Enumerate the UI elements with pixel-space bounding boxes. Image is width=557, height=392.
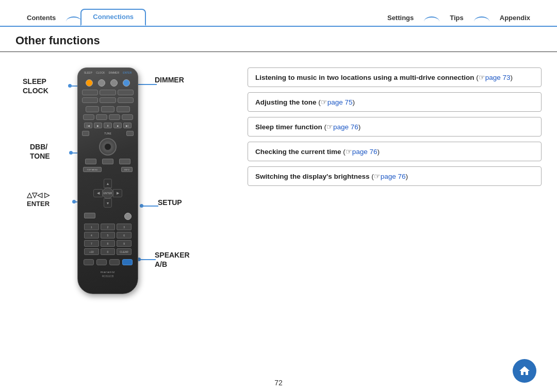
right-panel: Listening to music in two locations usin… [248,62,542,354]
remote-row3 [78,96,138,104]
main-content: SLEEP CLOCK DIMMER DBB/ TONE △▽◁ ▷ ENTER… [0,52,557,365]
remote-dbb-btn[interactable] [86,106,99,112]
dbb-tone-label: DBB/ TONE [30,142,50,161]
remote-tuner-row [78,113,138,121]
tab-settings[interactable]: Settings [376,11,425,26]
remote-r2b1[interactable] [82,90,98,95]
remote-pause-btn[interactable]: ⏸ [104,123,112,128]
remote-select-btn[interactable] [84,213,95,218]
remote-top-menu-btn[interactable]: TOP MENU [83,167,102,172]
link-box-2[interactable]: Adjusting the tone (☞page 75) [248,92,542,112]
remote-tune-row: TUNE [78,130,138,137]
tone-label: TONE [30,152,50,160]
remote-speaker-ab-btn[interactable] [122,259,133,265]
remote-next-btn[interactable]: ▶| [123,123,132,128]
remote-play-btn[interactable]: ▶ [94,123,102,128]
remote-mute-btn[interactable] [102,159,113,164]
link1-icon: ☞ [479,74,485,81]
sleep-clock-label: SLEEP CLOCK [23,77,48,95]
remote-bot-btn1[interactable] [84,259,94,265]
remote-brand: marantz [78,268,138,275]
remote-num7[interactable]: 7 [84,240,99,247]
remote-stop-btn[interactable]: ■ [113,123,122,128]
remote-prev-btn[interactable]: |◀ [84,123,92,128]
remote-dpad-down[interactable]: ▼ [104,198,112,208]
remote-fav-btn[interactable] [85,159,96,164]
remote-clock-btn[interactable] [98,79,105,87]
remote-tuner-btn1[interactable] [83,114,94,120]
link3-pageref[interactable]: page 76 [333,123,358,131]
link3-bold: Sleep timer function [255,123,322,131]
remote-tuner-btn4[interactable] [122,114,133,120]
remote-tone-btn[interactable] [101,106,114,112]
remote-dimmer-btn[interactable] [110,79,118,87]
remote-tune-btn1[interactable] [82,131,89,136]
remote-vol-btn[interactable] [119,159,130,164]
remote-disc-area [78,137,138,158]
nav-tabs: Contents Connections Settings Tips Appen… [0,0,557,27]
remote-disc[interactable] [99,138,117,156]
remote-transport-row: |◀ ▶ ⏸ ■ ▶| [78,121,138,130]
remote-num8[interactable]: 8 [101,240,116,247]
link-box-1[interactable]: Listening to music in two locations usin… [248,67,542,87]
remote-r3b1[interactable] [82,97,98,103]
left-panel: SLEEP CLOCK DIMMER DBB/ TONE △▽◁ ▷ ENTER… [15,62,232,354]
remote-num3[interactable]: 3 [117,224,132,230]
remote-num9[interactable]: 9 [117,240,132,247]
remote-info-btn[interactable]: INFO [121,167,133,172]
dbb-label: DBB/ [30,143,47,151]
remote-enter-top-btn[interactable] [123,79,130,87]
remote-setup-btn[interactable] [124,213,132,220]
page-title: Other functions [0,27,557,52]
home-icon [518,365,531,377]
remote-dpad: ▲ ▼ ◀ ▶ ENTER [92,178,123,209]
remote-num10[interactable]: +10 [84,248,99,255]
remote-enter-text: ENTER [123,71,132,74]
home-button[interactable] [513,359,536,383]
remote-r3b2[interactable] [100,97,116,103]
sleep-label: SLEEP [23,77,46,86]
link1-pageref[interactable]: page 73 [485,74,511,81]
remote-num5[interactable]: 5 [101,232,116,238]
link2-pageref[interactable]: page 75 [327,98,353,106]
tab-contents[interactable]: Contents [15,11,67,26]
tab-connections[interactable]: Connections [80,9,146,26]
link-box-3[interactable]: Sleep timer function (☞page 76) [248,117,542,137]
remote-digital-btn[interactable] [117,106,130,112]
remote-dpad-left[interactable]: ◀ [93,189,103,197]
remote-num4[interactable]: 4 [84,232,99,238]
remote-tuner-btn2[interactable] [96,114,107,120]
remote-r2b3[interactable] [118,90,134,95]
remote-r3b3[interactable] [118,97,134,103]
remote-num6[interactable]: 6 [117,232,132,238]
tab-arc-2 [424,16,439,27]
link-box-4[interactable]: Checking the current time (☞page 76) [248,142,542,161]
setup-line [142,206,158,207]
link-box-5[interactable]: Switching the display's brightness (☞pag… [248,166,542,186]
remote-bot-btn3[interactable] [109,259,120,265]
remote-dpad-enter[interactable]: ENTER [102,188,113,199]
remote-num2[interactable]: 2 [101,224,116,230]
link5-pageref[interactable]: page 76 [381,173,406,180]
remote-tune-btn2[interactable] [126,131,134,136]
speaker-label: SPEAKER [155,251,190,259]
remote-bot-btn2[interactable] [96,259,107,265]
remote-fav-row [78,158,138,165]
remote-r2b2[interactable] [100,90,116,95]
remote-num1[interactable]: 1 [84,224,99,230]
remote-control: SLEEP CLOCK DIMMER ENTER [77,67,139,294]
link4-pageref[interactable]: page 76 [352,148,378,156]
tab-appendix[interactable]: Appendix [488,11,542,26]
dbb-tone-dot [69,151,73,155]
remote-dpad-up[interactable]: ▲ [104,179,112,188]
remote-model: RC811CB [78,275,138,281]
tab-tips[interactable]: Tips [438,11,475,26]
remote-dbb-row [78,104,138,113]
remote-num0[interactable]: 0 [101,248,116,255]
remote-dimmer-text: DIMMER [109,71,119,74]
remote-clear-btn[interactable]: CLEAR [117,248,132,255]
remote-bottom-row [78,257,138,268]
remote-sleep-btn[interactable] [86,79,93,87]
remote-dpad-right[interactable]: ▶ [113,189,122,197]
remote-tuner-btn3[interactable] [109,114,120,120]
